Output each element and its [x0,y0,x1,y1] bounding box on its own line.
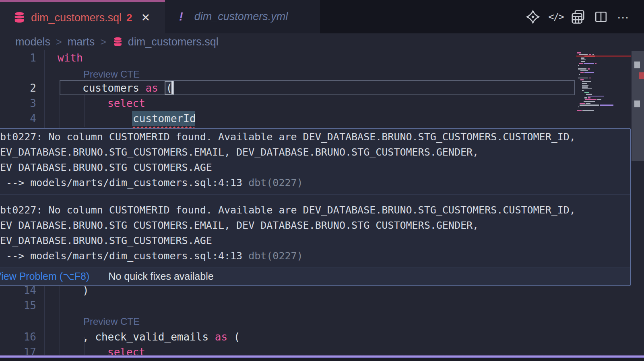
tab-bar: dim_customers.sql 2 ✕ ! dim_customers.ym… [0,0,644,33]
dbt-power-user-icon[interactable] [524,8,542,26]
ruler-mark [634,62,640,68]
error-text: DEV_DATABASE.BRUNO.STG_CUSTOMERS.EMAIL, … [0,145,630,160]
breadcrumb-models[interactable]: models [15,36,50,48]
line-number: 16 [0,329,36,345]
error-identifier: customerId [133,113,196,125]
code-line-16: , check_valid_emails as ( [83,329,240,345]
cte-name: , check_valid_emails [83,331,208,343]
code-line-3: select [107,96,145,111]
line-number: 1 [0,50,36,66]
keyword-with: with [58,52,83,64]
open-paren: ( [234,331,240,343]
error-hover-tooltip: dbt0227: No column CUSTOMERID found. Ava… [0,128,631,286]
line-number: 3 [0,96,36,111]
tab-dim-customers-sql[interactable]: dim_customers.sql 2 ✕ [0,0,165,33]
breadcrumb-file[interactable]: dim_customers.sql [128,36,219,48]
modified-count-badge: 2 [126,12,132,24]
panel-edge [0,358,644,361]
code-lens-preview-cte[interactable]: Preview CTE [83,314,140,329]
error-message-block: dbt0227: No column CUSTOMERID found. Ava… [0,129,630,191]
error-message-block: dbt0227: No column CUSTOMERID found. Ava… [0,195,630,264]
chevron-right-icon: > [100,36,106,48]
close-icon[interactable]: ✕ [141,11,151,24]
minimap-lines [577,0,623,121]
text-cursor [171,81,173,94]
no-quick-fixes-text: No quick fixes available [108,271,213,282]
scrollbar-overview-ruler[interactable] [632,51,644,161]
error-text: dbt0227: No column CUSTOMERID found. Ava… [0,129,630,145]
editor-window: dim_customers.sql 2 ✕ ! dim_customers.ym… [0,0,644,361]
panel-divider-bar[interactable] [0,355,644,358]
view-problem-link[interactable]: View Problem (⌥F8) [0,271,89,282]
error-location: --> models/marts/dim_customers.sql:4:13 … [0,248,630,264]
error-text: DEV_DATABASE.BRUNO.STG_CUSTOMERS.AGE [0,160,630,175]
error-source-code: dbt(0227) [248,250,303,262]
line-number-active: 2 [0,80,36,96]
error-text: DEV_DATABASE.BRUNO.STG_CUSTOMERS.AGE [0,233,630,248]
cte-name: customers [83,82,139,94]
database-icon [113,37,123,47]
chevron-right-icon: > [56,36,62,48]
database-icon [13,12,25,24]
keyword-as: as [146,82,158,94]
code-lens-preview-cte[interactable]: Preview CTE [83,67,140,82]
error-exclamation-icon: ! [179,10,183,23]
compiled-code-icon[interactable]: </> [547,8,565,26]
keyword-as: as [215,331,227,343]
code-line-2: customers as ( [83,80,174,96]
error-text: dbt0227: No column CUSTOMERID found. Ava… [0,203,630,218]
error-location: --> models/marts/dim_customers.sql:4:13 … [0,175,630,191]
ruler-error-mark [639,72,644,79]
tab-label: dim_customers.sql [31,12,122,24]
quick-fix-row: View Problem (⌥F8) No quick fixes availa… [0,267,630,285]
minimap-error-segment [584,55,595,57]
line-number: 4 [0,111,36,126]
error-text: DEV_DATABASE.BRUNO.STG_CUSTOMERS.EMAIL, … [0,218,630,233]
error-source-code: dbt(0227) [248,177,303,189]
tab-dim-customers-yml[interactable]: ! dim_customers.yml [165,0,320,33]
line-number: 15 [0,298,36,313]
tab-label: dim_customers.yml [194,10,288,23]
indent-guide [85,95,85,127]
breadcrumb-marts[interactable]: marts [68,36,95,48]
code-line-1: with [58,50,83,66]
breadcrumb: models > marts > dim_customers.sql [0,33,644,50]
keyword-select: select [107,97,145,109]
ruler-mark [634,101,640,107]
